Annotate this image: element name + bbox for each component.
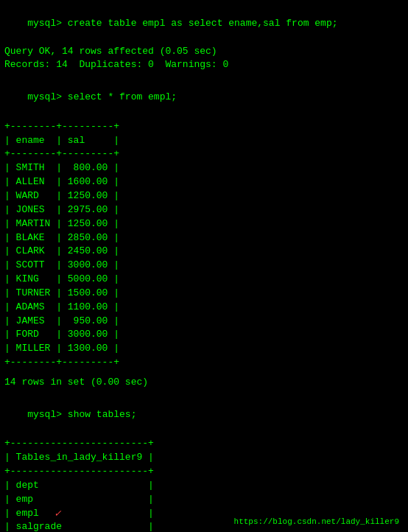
command-show-tables: mysql> show tables;	[4, 394, 404, 436]
terminal: mysql> create table empl as select ename…	[4, 3, 404, 529]
table2-header-row: | Tables_in_lady_killer9 |	[4, 451, 404, 465]
cmd-3: show tables;	[68, 409, 137, 420]
table2-border-top: +------------------------+	[4, 437, 404, 451]
table-row: | SCOTT | 3000.00 |	[4, 259, 404, 273]
table-row: | TURNER | 1500.00 |	[4, 287, 404, 301]
prompt-3: mysql>	[27, 409, 68, 420]
records-info: Records: 14 Duplicates: 0 Warnings: 0	[4, 58, 404, 72]
table-row: | MILLER | 1300.00 |	[4, 342, 404, 356]
table-row: | SMITH | 800.00 |	[4, 161, 404, 175]
select-table: +--------+---------+ | ename | sal | +--…	[4, 120, 404, 370]
table-border-top: +--------+---------+	[4, 120, 404, 134]
url-link: https://blog.csdn.net/lady_killer9	[234, 517, 399, 526]
table-row: | KING | 5000.00 |	[4, 273, 404, 287]
prompt-2: mysql>	[27, 91, 68, 102]
command-select: mysql> select * from empl;	[4, 77, 404, 119]
table-row: | JAMES | 950.00 |	[4, 315, 404, 329]
table2-row-dept: | dept |	[4, 479, 404, 493]
table-border-sep: +--------+---------+	[4, 147, 404, 161]
prompt-1: mysql>	[27, 18, 68, 29]
cmd-2: select * from empl;	[68, 91, 177, 102]
table-row: | ADAMS | 1100.00 |	[4, 301, 404, 315]
checkmark-icon: ✓	[54, 506, 60, 521]
table-row: | JONES | 2975.00 |	[4, 203, 404, 217]
table2-row-emp: | emp |	[4, 493, 404, 507]
table-border-bottom: +--------+---------+	[4, 356, 404, 370]
table-header-row: | ename | sal |	[4, 134, 404, 148]
table-row: | ALLEN | 1600.00 |	[4, 175, 404, 189]
table-row: | CLARK | 2450.00 |	[4, 245, 404, 259]
cmd-1: create table empl as select ename,sal fr…	[68, 18, 338, 29]
query-ok: Query OK, 14 rows affected (0.05 sec)	[4, 45, 404, 59]
table-row: | BLAKE | 2850.00 |	[4, 231, 404, 245]
rows-in-set-1: 14 rows in set (0.00 sec)	[4, 376, 404, 390]
table-row: | MARTIN | 1250.00 |	[4, 217, 404, 231]
table2-border-sep: +------------------------+	[4, 465, 404, 479]
table-row: | WARD | 1250.00 |	[4, 189, 404, 203]
table-row: | FORD | 3000.00 |	[4, 328, 404, 342]
command-create-table: mysql> create table empl as select ename…	[4, 3, 404, 45]
